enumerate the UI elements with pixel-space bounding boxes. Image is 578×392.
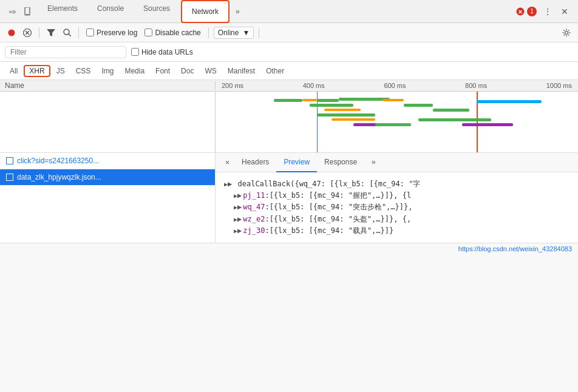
- preview-row-0: ▶ pj_11 : [{lx_b5: [{mc_94: "握把",…}]}, {…: [234, 190, 570, 201]
- preserve-log-group: Preserve log: [84, 29, 140, 37]
- preview-row-1-key: wq_47: [243, 201, 265, 213]
- waterfall-area: [0, 92, 578, 152]
- preview-row-2-value: [{lx_b5: [{mc_94: "头盔",…}]}, {,: [270, 214, 412, 225]
- type-js[interactable]: JS: [52, 66, 70, 76]
- wf-bar-1n: [477, 100, 542, 103]
- close-devtools-icon[interactable]: ✕: [559, 5, 571, 18]
- disable-cache-label[interactable]: Disable cache: [155, 29, 200, 37]
- settings-icon[interactable]: [560, 26, 573, 39]
- filter-icon[interactable]: [44, 26, 58, 39]
- preview-row-2-triangle[interactable]: ▶: [234, 214, 242, 225]
- timeline-spacer: Name: [0, 81, 216, 90]
- name-panel: click?sid=s2421663250... data_zlk_hpjywq…: [0, 153, 216, 243]
- throttle-dropdown-icon: ▼: [242, 29, 250, 37]
- wf-bar-1o: [418, 118, 491, 121]
- tab-sources[interactable]: Sources: [134, 0, 180, 21]
- filter-input[interactable]: [5, 46, 126, 58]
- svg-point-9: [64, 29, 69, 35]
- name-item-0[interactable]: click?sid=s2421663250...: [0, 153, 215, 169]
- type-filter-bar: All XHR JS CSS Img Media Font Doc WS Man…: [0, 62, 578, 80]
- name-item-1-label: data_zlk_hpjywqzlk.json...: [17, 173, 101, 181]
- svg-point-4: [8, 29, 15, 36]
- wf-bar-1m: [433, 109, 469, 112]
- tab-console[interactable]: Console: [87, 0, 134, 21]
- type-doc[interactable]: Doc: [176, 66, 199, 76]
- preview-row-2-colon: :: [265, 214, 269, 225]
- type-ws[interactable]: WS: [200, 66, 221, 76]
- type-manifest[interactable]: Manifest: [223, 66, 260, 76]
- type-other[interactable]: Other: [261, 66, 289, 76]
- close-detail-button[interactable]: ×: [220, 158, 234, 167]
- waterfall-canvas: [216, 92, 578, 152]
- preview-row-2: ▶ wz_e2 : [{lx_b5: [{mc_94: "头盔",…}]}, {…: [234, 214, 570, 225]
- toolbar-divider-1: [39, 27, 39, 38]
- clear-button[interactable]: [21, 26, 34, 39]
- tab-more[interactable]: »: [231, 0, 245, 25]
- search-icon[interactable]: [60, 26, 73, 39]
- disable-cache-checkbox[interactable]: [144, 29, 152, 36]
- preview-row-0-triangle[interactable]: ▶: [234, 190, 242, 201]
- preview-row-1-triangle[interactable]: ▶: [234, 201, 242, 213]
- svg-line-18: [568, 30, 570, 31]
- name-item-0-label: click?sid=s2421663250...: [17, 157, 99, 165]
- toolbar-divider-4: [259, 27, 259, 38]
- tab-bar: ⇨ Elements Console Sources Network » ✕ 1…: [0, 0, 578, 23]
- wf-bar-1l: [404, 104, 433, 107]
- preview-row-1-colon: :: [265, 201, 269, 213]
- main-tabs: Elements Console Sources Network »: [38, 0, 511, 25]
- error-icon: ✕: [516, 7, 525, 16]
- type-img[interactable]: Img: [97, 66, 118, 76]
- type-media[interactable]: Media: [120, 66, 149, 76]
- throttle-selector[interactable]: Online ▼: [214, 27, 254, 39]
- preview-row-0-colon: :: [265, 190, 269, 201]
- status-url: https://blog.csdn.net/weixin_43284083: [458, 245, 572, 252]
- preview-row-3-triangle[interactable]: ▶: [234, 225, 242, 237]
- record-button[interactable]: [5, 26, 18, 39]
- hide-data-urls-label[interactable]: Hide data URLs: [141, 48, 193, 56]
- svg-line-17: [568, 34, 570, 35]
- filter-bar: Hide data URLs: [0, 42, 578, 62]
- name-item-1[interactable]: data_zlk_hpjywqzlk.json...: [0, 169, 215, 186]
- marker-1000: 1000 ms: [546, 82, 572, 89]
- waterfall-name-col: [0, 92, 216, 152]
- file-icon-0: [6, 157, 13, 164]
- error-group: ✕ 1: [516, 7, 537, 16]
- preview-content: ▶ dealCallBack({wq_47: [{lx_b5: [{mc_94:…: [216, 172, 578, 243]
- tab-network[interactable]: Network: [181, 0, 229, 23]
- wf-bar-1d: [339, 98, 390, 101]
- name-col-header: Name: [0, 81, 24, 90]
- preview-items: ▶ pj_11 : [{lx_b5: [{mc_94: "握把",…}]}, {…: [224, 190, 570, 237]
- tab-more-detail[interactable]: »: [364, 153, 383, 172]
- marker-200: 200 ms: [222, 82, 243, 89]
- tab-elements[interactable]: Elements: [38, 0, 87, 21]
- preserve-log-checkbox[interactable]: [86, 29, 94, 36]
- svg-line-16: [563, 30, 565, 31]
- main-area: click?sid=s2421663250... data_zlk_hpjywq…: [0, 152, 578, 243]
- disable-cache-group: Disable cache: [142, 29, 203, 37]
- wf-bar-1b: [302, 99, 317, 101]
- preview-root-line: ▶ dealCallBack({wq_47: [{lx_b5: [{mc_94:…: [224, 178, 570, 190]
- type-css[interactable]: CSS: [71, 66, 96, 76]
- type-xhr[interactable]: XHR: [24, 65, 50, 77]
- cursor-icon[interactable]: ⇨: [7, 6, 18, 17]
- mobile-icon[interactable]: [22, 6, 33, 17]
- wf-bar-1c: [317, 99, 339, 102]
- preserve-log-label[interactable]: Preserve log: [97, 29, 137, 37]
- more-options-icon[interactable]: ⋮: [542, 5, 554, 18]
- tab-preview[interactable]: Preview: [276, 153, 317, 172]
- hide-data-urls-checkbox[interactable]: [131, 48, 139, 56]
- type-font[interactable]: Font: [151, 66, 175, 76]
- tab-headers[interactable]: Headers: [234, 153, 276, 172]
- preview-row-0-key: pj_11: [243, 190, 265, 201]
- timeline-header: Name 200 ms 400 ms 600 ms 800 ms 1000 ms: [0, 80, 578, 92]
- wf-bar-1k: [382, 99, 404, 101]
- network-toolbar: Preserve log Disable cache Online ▼: [0, 23, 578, 42]
- preview-row-1: ▶ wq_47 : [{lx_b5: [{mc_94: "突击步枪",…}]},: [234, 201, 570, 213]
- preview-root-triangle[interactable]: ▶: [224, 180, 236, 188]
- type-all[interactable]: All: [5, 66, 22, 76]
- wf-bar-1f: [324, 109, 361, 111]
- wf-bar-1e: [310, 104, 353, 107]
- tab-response[interactable]: Response: [317, 153, 364, 172]
- status-bar: https://blog.csdn.net/weixin_43284083: [0, 243, 578, 255]
- preview-row-3-colon: :: [265, 225, 269, 237]
